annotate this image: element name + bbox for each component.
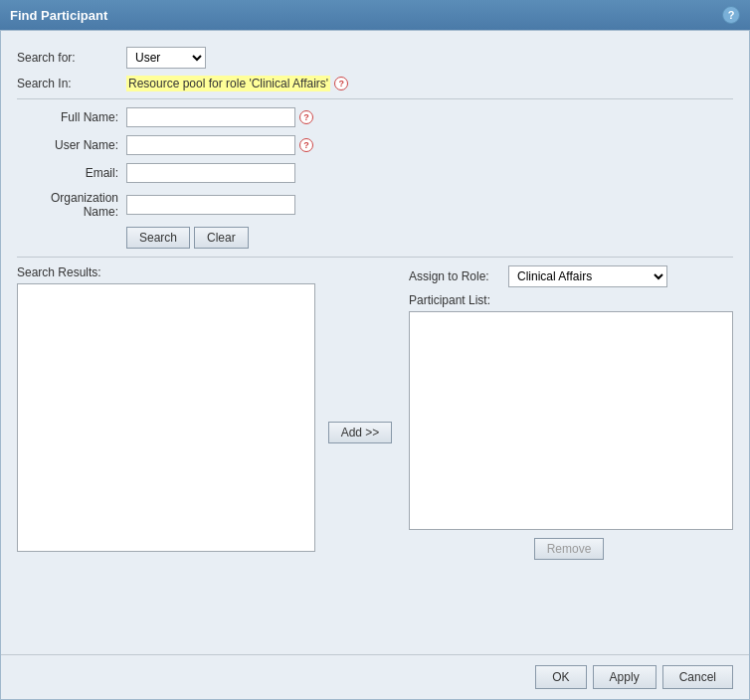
email-input[interactable] xyxy=(126,163,295,183)
assign-role-label: Assign to Role: xyxy=(409,269,508,283)
email-label: Email: xyxy=(17,166,126,180)
results-divider xyxy=(17,257,733,258)
full-name-help-icon[interactable]: ? xyxy=(299,110,313,124)
clear-button[interactable]: Clear xyxy=(194,227,249,249)
search-button[interactable]: Search xyxy=(126,227,190,249)
left-panel: Search Results: xyxy=(17,265,315,560)
help-icon[interactable]: ? xyxy=(722,6,740,24)
user-name-row: User Name: ? xyxy=(17,135,733,155)
remove-button[interactable]: Remove xyxy=(534,538,605,560)
user-name-help-icon[interactable]: ? xyxy=(299,138,313,152)
remove-btn-container: Remove xyxy=(409,538,733,560)
user-name-input[interactable] xyxy=(126,135,295,155)
participant-list-label: Participant List: xyxy=(409,293,733,307)
search-for-dropdown[interactable]: User Group Role xyxy=(126,47,206,69)
add-button[interactable]: Add >> xyxy=(328,422,393,443)
bottom-bar: OK Apply Cancel xyxy=(1,654,749,699)
main-content: Search Results: Add >> Assign to Role: C… xyxy=(17,265,733,568)
search-for-select-container: User Group Role xyxy=(126,47,206,69)
middle-panel: Add >> xyxy=(327,265,397,560)
participant-list-box[interactable] xyxy=(409,311,733,530)
ok-button[interactable]: OK xyxy=(535,665,586,689)
assign-role-dropdown[interactable]: Clinical Affairs xyxy=(508,265,667,287)
full-name-label: Full Name: xyxy=(17,110,126,124)
search-in-row: Search In: Resource pool for role 'Clini… xyxy=(17,77,733,90)
role-select-container: Clinical Affairs xyxy=(508,265,667,287)
search-results-listbox[interactable] xyxy=(17,283,315,552)
full-name-input[interactable] xyxy=(126,107,295,127)
apply-button[interactable]: Apply xyxy=(593,665,656,689)
email-row: Email: xyxy=(17,163,733,183)
user-name-label: User Name: xyxy=(17,138,126,152)
search-for-row: Search for: User Group Role xyxy=(17,47,733,69)
search-in-value: Resource pool for role 'Clinical Affairs… xyxy=(126,77,330,90)
search-for-label: Search for: xyxy=(17,51,126,65)
search-in-highlight: Resource pool for role 'Clinical Affairs… xyxy=(126,76,330,91)
cancel-button[interactable]: Cancel xyxy=(662,665,733,689)
search-in-help-icon[interactable]: ? xyxy=(334,77,348,90)
scroll-area: Search for: User Group Role Search In: R… xyxy=(1,31,749,654)
search-buttons-row: Search Clear xyxy=(17,227,733,249)
search-results-label: Search Results: xyxy=(17,265,315,279)
org-name-input[interactable] xyxy=(126,195,295,215)
search-in-label: Search In: xyxy=(17,77,126,90)
right-panel: Assign to Role: Clinical Affairs Partici… xyxy=(409,265,733,560)
title-bar: Find Participant ? xyxy=(0,0,750,30)
assign-role-row: Assign to Role: Clinical Affairs xyxy=(409,265,733,287)
dialog-body: Search for: User Group Role Search In: R… xyxy=(0,30,750,700)
dialog-title: Find Participant xyxy=(10,8,107,23)
form-divider xyxy=(17,98,733,99)
org-name-label: Organization Name: xyxy=(17,191,126,219)
full-name-row: Full Name: ? xyxy=(17,107,733,127)
org-name-row: Organization Name: xyxy=(17,191,733,219)
